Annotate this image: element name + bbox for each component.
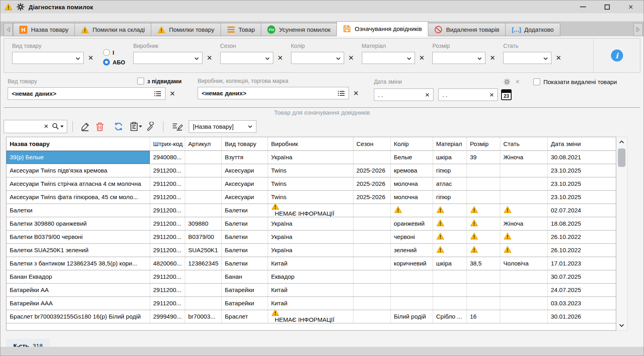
tabs-scroll-left-button[interactable] (4, 23, 13, 36)
table-cell[interactable]: 2025-2026 (353, 177, 390, 190)
table-cell[interactable] (466, 190, 500, 204)
table-cell[interactable]: молочна (390, 190, 433, 204)
table-cell[interactable]: 2911200... (150, 204, 185, 217)
table-cell[interactable]: 2911200... (150, 164, 185, 177)
table-cell[interactable]: Балетки (221, 257, 268, 270)
table-cell[interactable] (466, 296, 500, 310)
refresh-button[interactable] (111, 120, 126, 133)
table-cell[interactable] (500, 310, 547, 323)
table-cell[interactable]: Україна (268, 230, 353, 243)
table-row[interactable]: Балетки 309880 оранжевий2911200...309880… (6, 217, 616, 230)
table-cell[interactable] (466, 217, 500, 230)
table-cell[interactable] (500, 243, 547, 257)
table-cell[interactable] (433, 230, 466, 243)
table-cell[interactable]: 30.08.2021 (547, 150, 616, 164)
tab-3[interactable]: Помилки товару (151, 23, 221, 36)
table-cell[interactable]: Аксесуари Twins фата гіпюрова, 45 см мол… (6, 190, 150, 204)
table-cell[interactable] (500, 164, 547, 177)
table-cell[interactable]: 39(р) Белые (6, 150, 150, 164)
table-cell[interactable]: 03.03.2023 (547, 296, 616, 310)
search-clear-button[interactable]: × (44, 122, 48, 130)
table-cell[interactable]: шкіра (433, 257, 466, 270)
type-filter-clear-button[interactable]: × (170, 90, 175, 98)
table-cell[interactable]: 2911200... (150, 230, 185, 243)
table-cell[interactable] (466, 243, 500, 257)
tab-1[interactable]: HНазва товару (13, 23, 75, 36)
table-cell[interactable]: 2911200... (150, 217, 185, 230)
show-deleted-checkbox-group[interactable]: Показати видалені товари (533, 78, 617, 85)
table-cell[interactable]: атлас (433, 177, 466, 190)
table-cell[interactable]: br70003... (185, 310, 221, 323)
table-cell[interactable]: 2911200... (150, 177, 185, 190)
table-cell[interactable]: 2999490... (150, 310, 185, 323)
table-row[interactable]: 39(р) Белые2940080...ВзуттяУкраїнаБелыеш… (6, 150, 616, 164)
table-cell[interactable]: Аксесуари (221, 164, 268, 177)
table-row[interactable]: Балетки SUA250K1 зелений2911200...SUA250… (6, 243, 616, 257)
table-cell[interactable] (185, 164, 221, 177)
table-cell[interactable]: Україна (268, 217, 353, 230)
table-cell[interactable] (185, 150, 221, 164)
column-header[interactable]: Вид товару (221, 137, 268, 150)
table-cell[interactable]: 26.10.2022 (547, 243, 616, 257)
table-cell[interactable]: Взуття (221, 150, 268, 164)
table-cell[interactable] (500, 270, 547, 283)
minimize-button[interactable] (580, 6, 586, 7)
table-cell[interactable]: Батарейки (221, 296, 268, 310)
scroll-up-button[interactable] (616, 137, 627, 147)
info-icon[interactable]: i (611, 49, 623, 62)
table-cell[interactable]: Балетки 309880 оранжевий (6, 217, 150, 230)
table-cell[interactable] (466, 177, 500, 190)
table-cell[interactable]: 2911200... (150, 270, 185, 283)
table-cell[interactable]: НЕМАЄ ІНФОРМАЦІЇ (268, 204, 353, 217)
table-cell[interactable]: Банан (221, 270, 268, 283)
table-cell[interactable]: Срібло ... (433, 310, 466, 323)
table-cell[interactable] (390, 283, 433, 296)
table-cell[interactable] (185, 204, 221, 217)
column-header[interactable]: Штрих-код (150, 137, 185, 150)
table-cell[interactable]: 2025-2026 (353, 164, 390, 177)
table-cell[interactable]: 2911200... (150, 296, 185, 310)
tab-5[interactable]: FixУсунення помилок (261, 23, 337, 36)
table-cell[interactable]: Балетки (6, 204, 150, 217)
search-input[interactable]: × (4, 120, 67, 133)
table-cell[interactable] (185, 177, 221, 190)
table-cell[interactable]: Балетки (221, 204, 268, 217)
tools-wrench-button[interactable] (143, 120, 158, 133)
table-cell[interactable]: Браслет br7000392155Gs180 16(р) Білий ро… (6, 310, 150, 323)
column-header[interactable]: Стать (500, 137, 547, 150)
filter-select[interactable] (503, 52, 551, 64)
table-cell[interactable] (353, 243, 390, 257)
tab-8[interactable]: […]Додатково (505, 23, 560, 36)
table-cell[interactable]: Аксесуари Twins підв'язка кремова (6, 164, 150, 177)
table-cell[interactable]: НЕМАЄ ІНФОРМАЦІЇ (268, 310, 353, 323)
table-cell[interactable]: 23.10.2025 (547, 177, 616, 190)
table-cell[interactable] (185, 283, 221, 296)
date-settings-gear-icon[interactable] (504, 78, 510, 85)
column-header[interactable]: Розмір (466, 137, 500, 150)
table-cell[interactable] (353, 217, 390, 230)
table-cell[interactable]: Балетки (221, 230, 268, 243)
table-cell[interactable]: червоні (390, 230, 433, 243)
table-row[interactable]: Аксесуари Twins фата гіпюрова, 45 см мол… (6, 190, 616, 204)
table-cell[interactable]: 4820060... (150, 257, 185, 270)
tab-2[interactable]: Помилки на складі (74, 23, 151, 36)
table-cell[interactable]: Китай (268, 257, 353, 270)
table-cell[interactable] (433, 217, 466, 230)
table-cell[interactable] (390, 270, 433, 283)
table-cell[interactable]: 2911200... (150, 243, 185, 257)
filter-select[interactable] (12, 52, 84, 64)
search-icon[interactable] (52, 123, 64, 130)
table-cell[interactable]: 30.01.2026 (547, 310, 616, 323)
column-header[interactable]: Матеріал (433, 137, 466, 150)
tabs-scroll-right-button[interactable] (634, 23, 643, 36)
table-cell[interactable]: 2911200... (150, 283, 185, 296)
table-cell[interactable]: кремова (390, 164, 433, 177)
show-deleted-checkbox[interactable] (533, 78, 540, 85)
tab-7[interactable]: Видалення товарів (428, 23, 506, 36)
table-cell[interactable]: гіпюр (433, 190, 466, 204)
filter-clear-button[interactable]: × (278, 54, 283, 62)
table-cell[interactable]: Белые (390, 150, 433, 164)
filter-clear-button[interactable]: × (490, 54, 495, 62)
table-cell[interactable]: Twins (268, 190, 353, 204)
column-header[interactable]: Виробник (268, 137, 353, 150)
